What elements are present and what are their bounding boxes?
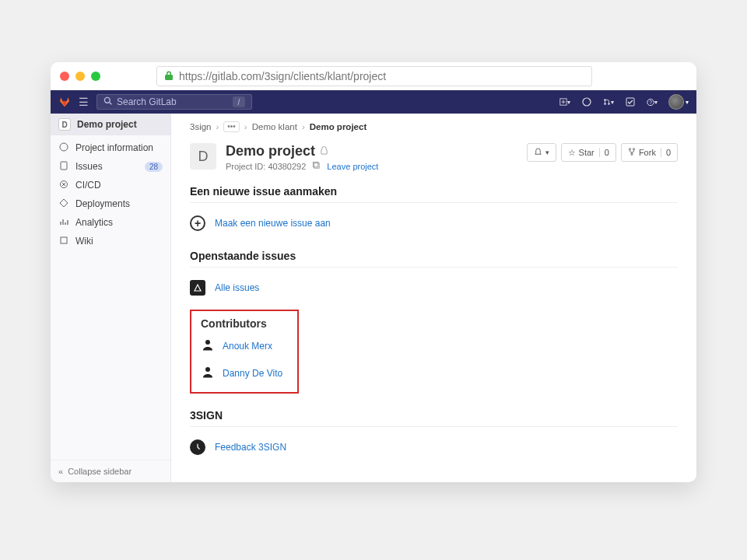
- search-placeholder: Search GitLab: [117, 96, 177, 107]
- svg-point-18: [633, 149, 634, 150]
- fork-button[interactable]: Fork 0: [621, 143, 678, 162]
- app-window: https://gitlab.com/3sign/clients/klant/p…: [51, 62, 696, 482]
- top-nav: ☰ Search GitLab / ▾ ▾: [51, 90, 696, 114]
- lock-icon: [320, 146, 328, 157]
- sidebar-item-cicd[interactable]: CI/CD: [51, 176, 170, 194]
- person-icon: [201, 338, 215, 354]
- cicd-icon: [58, 180, 69, 191]
- star-count: 0: [599, 148, 609, 157]
- fork-icon: [628, 148, 636, 157]
- plus-circle-icon: +: [190, 215, 205, 231]
- breadcrumb-root[interactable]: 3sign: [190, 122, 212, 131]
- project-actions: ▾ ☆ Star 0 Fork 0: [527, 143, 678, 162]
- gitlab-logo-icon[interactable]: [58, 95, 71, 110]
- sidebar-item-wiki[interactable]: Wiki: [51, 232, 170, 250]
- app-body: D Demo project Project information Issue…: [51, 114, 696, 482]
- section-heading: Een nieuwe issue aanmaken: [190, 185, 678, 202]
- section-company: 3SIGN Feedback 3SIGN: [190, 409, 678, 460]
- person-icon: [201, 365, 215, 381]
- sidebar-item-label: Issues: [75, 161, 103, 172]
- issues-icon[interactable]: [581, 96, 592, 107]
- sidebar-item-project-information[interactable]: Project information: [51, 138, 170, 157]
- star-button[interactable]: ☆ Star 0: [561, 143, 616, 162]
- leave-project-link[interactable]: Leave project: [327, 162, 378, 171]
- analytics-icon: [58, 217, 69, 228]
- help-icon[interactable]: ? ▾: [647, 96, 658, 107]
- maximize-window-icon[interactable]: [91, 72, 100, 81]
- project-header: D Demo project Project ID: 40380292 Leav: [190, 143, 678, 171]
- sidebar-item-label: Project information: [75, 142, 153, 153]
- new-issue-link[interactable]: Maak een nieuwe issue aan: [215, 218, 331, 229]
- wiki-icon: [58, 236, 69, 247]
- avatar-icon: [668, 94, 684, 110]
- sidebar-item-label: Wiki: [75, 236, 93, 247]
- sidebar-item-label: CI/CD: [75, 180, 101, 191]
- contributor-link[interactable]: Anouk Merx: [223, 341, 272, 352]
- project-avatar: D: [190, 143, 216, 170]
- feedback-link[interactable]: Feedback 3SIGN: [215, 442, 286, 453]
- info-icon: [58, 142, 69, 153]
- breadcrumb: 3sign › ••• › Demo klant › Demo project: [190, 121, 678, 132]
- all-issues-row: Alle issues: [190, 275, 678, 300]
- breadcrumb-overflow-icon[interactable]: •••: [223, 121, 240, 132]
- svg-point-17: [629, 149, 630, 150]
- svg-line-1: [110, 103, 112, 105]
- plus-icon[interactable]: ▾: [559, 96, 570, 107]
- contributor-row: Anouk Merx: [201, 338, 288, 354]
- breadcrumb-current: Demo project: [310, 122, 367, 131]
- merge-requests-icon[interactable]: ▾: [603, 96, 614, 107]
- sidebar-project-header[interactable]: D Demo project: [51, 114, 170, 135]
- issues-icon: [58, 161, 69, 172]
- notifications-button[interactable]: ▾: [527, 143, 556, 162]
- top-nav-actions: ▾ ▾ ? ▾ ▾: [559, 94, 689, 110]
- svg-point-19: [631, 153, 633, 155]
- section-heading: 3SIGN: [190, 409, 678, 426]
- contributor-link[interactable]: Danny De Vito: [223, 368, 282, 379]
- window-controls: [60, 72, 100, 81]
- svg-text:?: ?: [649, 100, 652, 105]
- user-avatar[interactable]: ▾: [668, 94, 689, 110]
- sidebar-item-label: Deployments: [75, 198, 130, 209]
- sidebar-items: Project information Issues 28 CI/CD: [51, 135, 170, 254]
- breadcrumb-mid[interactable]: Demo klant: [252, 122, 297, 131]
- search-input[interactable]: Search GitLab /: [96, 94, 252, 110]
- address-text: https://gitlab.com/3sign/clients/klant/p…: [179, 70, 386, 82]
- sidebar-item-analytics[interactable]: Analytics: [51, 213, 170, 232]
- todo-icon[interactable]: [625, 96, 636, 107]
- address-bar[interactable]: https://gitlab.com/3sign/clients/klant/p…: [156, 66, 592, 86]
- issues-square-icon: [190, 280, 205, 296]
- issues-count-badge: 28: [145, 162, 163, 172]
- svg-point-21: [205, 367, 210, 372]
- bell-icon: [534, 148, 542, 158]
- sidebar-item-label: Analytics: [75, 217, 113, 228]
- chevron-left-icon: «: [58, 467, 63, 476]
- copy-icon[interactable]: [312, 161, 321, 171]
- deploy-icon: [58, 198, 69, 209]
- feedback-row: Feedback 3SIGN: [190, 435, 678, 460]
- section-heading: Contributors: [201, 317, 288, 330]
- browser-chrome: https://gitlab.com/3sign/clients/klant/p…: [51, 62, 696, 90]
- sidebar-project-name: Demo project: [77, 119, 137, 130]
- contributor-row: Danny De Vito: [201, 365, 288, 381]
- project-letter-icon: D: [58, 118, 71, 131]
- close-window-icon[interactable]: [60, 72, 69, 81]
- all-issues-link[interactable]: Alle issues: [215, 282, 259, 293]
- sidebar-item-deployments[interactable]: Deployments: [51, 194, 170, 213]
- search-hotkey: /: [233, 96, 245, 107]
- page-title: Demo project: [226, 143, 378, 159]
- minimize-window-icon[interactable]: [75, 72, 85, 81]
- sidebar-item-issues[interactable]: Issues 28: [51, 157, 170, 176]
- svg-point-0: [104, 97, 110, 103]
- sidebar: D Demo project Project information Issue…: [51, 114, 171, 482]
- collapse-sidebar-button[interactable]: « Collapse sidebar: [51, 460, 170, 482]
- feedback-icon: [190, 439, 205, 455]
- fork-count: 0: [661, 148, 671, 157]
- collapse-label: Collapse sidebar: [68, 467, 132, 476]
- section-contributors: Contributors Anouk Merx Danny De Vito: [190, 310, 299, 394]
- star-icon: ☆: [568, 148, 576, 158]
- svg-rect-12: [61, 162, 67, 170]
- main-content: 3sign › ••• › Demo klant › Demo project …: [171, 114, 696, 482]
- menu-icon[interactable]: ☰: [79, 96, 89, 108]
- svg-point-5: [583, 98, 591, 106]
- svg-rect-9: [626, 98, 634, 106]
